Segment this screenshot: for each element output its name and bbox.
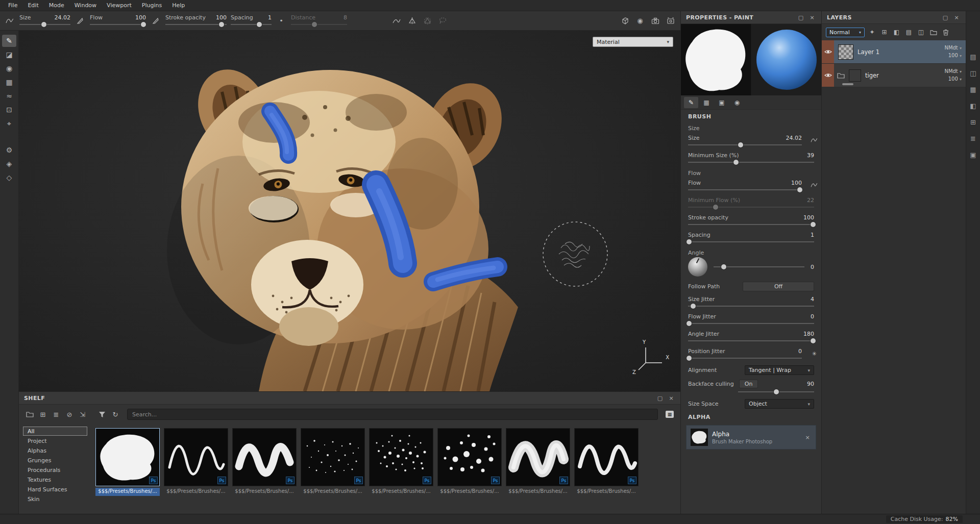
menu-viewport[interactable]: Viewport xyxy=(102,1,137,10)
category-textures[interactable]: Textures xyxy=(23,475,87,484)
layer-thumbnail[interactable] xyxy=(849,69,861,82)
follow-path-toggle[interactable]: Off xyxy=(743,282,814,291)
stroke-opacity-value[interactable]: 100 xyxy=(803,214,814,221)
angle-jitter-slider[interactable] xyxy=(688,338,814,344)
category-project[interactable]: Project xyxy=(23,436,87,445)
menu-mode[interactable]: Mode xyxy=(44,1,69,10)
paint-tool[interactable]: ✎ xyxy=(2,35,16,47)
layer-opacity-dropdown[interactable]: 100 ▾ xyxy=(944,52,962,60)
menu-edit[interactable]: Edit xyxy=(22,1,43,10)
add-mask-icon[interactable]: ▤ xyxy=(904,28,914,37)
category-procedurals[interactable]: Procedurals xyxy=(23,465,87,475)
category-all[interactable]: All xyxy=(23,427,87,436)
perspective-cube-icon[interactable] xyxy=(619,15,630,27)
size-slider[interactable] xyxy=(19,21,70,28)
minimum-size-value[interactable]: 39 xyxy=(807,152,814,159)
axis-gizmo[interactable]: Y X Z xyxy=(634,341,667,374)
backface-culling-toggle[interactable]: On xyxy=(739,380,758,388)
category-skin[interactable]: Skin xyxy=(23,494,87,504)
size-slider[interactable] xyxy=(688,142,802,148)
close-panel-icon[interactable]: × xyxy=(808,13,816,21)
menu-help[interactable]: Help xyxy=(167,1,190,10)
angle-value[interactable]: 0 xyxy=(811,264,814,270)
tab-stencil[interactable]: ▣ xyxy=(715,97,729,108)
add-layer-icon[interactable]: ⊞ xyxy=(879,28,889,37)
angle-dial[interactable] xyxy=(688,257,707,277)
category-alphas[interactable]: Alphas xyxy=(23,446,87,455)
spacing-slider[interactable] xyxy=(688,239,814,245)
stroke-opacity-slider[interactable] xyxy=(688,221,814,228)
flow-pressure-icon[interactable] xyxy=(150,15,161,27)
brush-preset-item[interactable]: Ps $$$/Presets/Brushes/... xyxy=(164,428,228,514)
size-jitter-slider[interactable] xyxy=(688,303,814,309)
layer-visibility-toggle[interactable] xyxy=(822,64,834,87)
backface-culling-slider[interactable] xyxy=(738,389,814,395)
projection-tool[interactable]: ◉ xyxy=(2,62,16,74)
position-jitter-value[interactable]: 0 xyxy=(798,348,802,355)
size-value[interactable]: 24.02 xyxy=(55,14,71,21)
settings-icon[interactable]: ⚙ xyxy=(2,144,16,156)
symmetry-icon[interactable] xyxy=(406,15,418,27)
resources-icon[interactable]: ◈ xyxy=(2,158,16,170)
stack-view-icon[interactable]: ≣ xyxy=(51,409,62,420)
size-pressure-icon[interactable] xyxy=(810,136,819,145)
size-space-dropdown[interactable]: Object ▾ xyxy=(745,399,814,409)
remove-alpha-icon[interactable]: × xyxy=(803,433,812,441)
layer-visibility-toggle[interactable] xyxy=(822,40,834,63)
layer-opacity-dropdown[interactable]: 100 ▾ xyxy=(944,76,962,83)
alpha-resource-card[interactable]: Alpha Brush Maker Photoshop × xyxy=(686,425,816,450)
distance-dot-icon[interactable]: • xyxy=(276,15,287,27)
flow-value[interactable]: 100 xyxy=(791,180,802,186)
brush-preset-item[interactable]: Ps $$$/Presets/Brushes/... xyxy=(506,428,570,514)
history-panel-icon[interactable]: ≣ xyxy=(969,134,978,143)
menu-plugins[interactable]: Plugins xyxy=(137,1,167,10)
brush-preset-item[interactable]: Ps $$$/Presets/Brushes/... xyxy=(437,428,502,514)
alignment-dropdown[interactable]: Tangent | Wrap ▾ xyxy=(745,365,814,375)
jitter-settings-icon[interactable]: ✳ xyxy=(810,349,819,358)
tab-brush[interactable]: ✎ xyxy=(684,97,698,108)
filter-funnel-icon[interactable] xyxy=(96,409,108,420)
flow-jitter-value[interactable]: 0 xyxy=(811,313,814,320)
flow-pressure-icon[interactable] xyxy=(810,181,819,190)
clone-tool[interactable]: ⊡ xyxy=(2,104,16,116)
layers-panel-icon[interactable]: ⊞ xyxy=(969,117,978,127)
properties-panel-icon[interactable]: ▤ xyxy=(969,52,978,61)
material-picker-tool[interactable]: ⌖ xyxy=(2,117,16,130)
position-jitter-slider[interactable] xyxy=(688,355,802,361)
shading-mode-dropdown[interactable]: Material ▾ xyxy=(593,37,673,47)
material-preview[interactable] xyxy=(751,24,821,95)
refresh-icon[interactable]: ↻ xyxy=(110,409,121,420)
flow-slider[interactable] xyxy=(90,21,146,28)
maximize-panel-icon[interactable]: ▢ xyxy=(656,394,664,402)
environment-sphere-icon[interactable]: ◉ xyxy=(634,15,646,27)
category-grunges[interactable]: Grunges xyxy=(23,456,87,465)
size-jitter-value[interactable]: 4 xyxy=(811,296,814,303)
maximize-panel-icon[interactable]: ▢ xyxy=(797,13,805,21)
eraser-tool[interactable]: ◪ xyxy=(2,48,16,61)
angle-jitter-value[interactable]: 180 xyxy=(803,331,814,337)
layer-name[interactable]: Layer 1 xyxy=(857,48,944,56)
flow-slider[interactable] xyxy=(688,187,802,193)
add-group-folder-icon[interactable] xyxy=(928,28,938,37)
layer-name[interactable]: tiger xyxy=(865,72,944,79)
stroke-preview-button[interactable] xyxy=(4,15,15,27)
brush-alpha-preview[interactable] xyxy=(681,24,751,95)
properties-scroll[interactable]: BRUSH Size Size 24.02 Minimum Size (%) xyxy=(681,110,821,514)
folder-icon[interactable] xyxy=(24,409,35,420)
layer-blend-short-dropdown[interactable]: NMdt ▾ xyxy=(944,68,962,76)
spacing-value[interactable]: 1 xyxy=(811,232,814,238)
layers-empty-area[interactable] xyxy=(822,87,966,514)
brush-preset-item[interactable]: Ps $$$/Presets/Brushes/... xyxy=(574,428,639,514)
minimum-size-slider[interactable] xyxy=(688,159,814,165)
layer-thumbnail[interactable] xyxy=(838,44,853,60)
spacing-value[interactable]: 1 xyxy=(268,14,272,21)
size-pressure-icon[interactable] xyxy=(75,15,86,27)
add-effect-icon[interactable]: ✦ xyxy=(867,28,877,37)
layer-blend-short-dropdown[interactable]: NMdt ▾ xyxy=(944,44,962,52)
spacing-slider[interactable] xyxy=(231,21,272,28)
add-fill-layer-icon[interactable]: ◧ xyxy=(892,28,901,37)
plugins-icon[interactable]: ◇ xyxy=(2,171,16,184)
blend-mode-dropdown[interactable]: Normal ▾ xyxy=(826,28,865,37)
menu-window[interactable]: Window xyxy=(69,1,102,10)
tab-material[interactable]: ◉ xyxy=(730,97,744,108)
